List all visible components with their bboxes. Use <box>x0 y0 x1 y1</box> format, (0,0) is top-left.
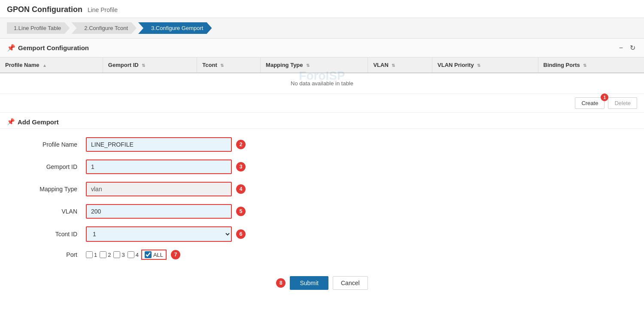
col-binding-ports[interactable]: Binding Ports ⇅ <box>538 57 644 73</box>
port-group: 1 2 3 4 ALL <box>86 250 167 260</box>
badge-4: 4 <box>236 184 246 194</box>
sort-icon-vlan-priority: ⇅ <box>477 63 480 68</box>
create-button[interactable]: Create 1 <box>575 97 605 109</box>
form-row-profile-name: Profile Name 2 <box>0 137 644 152</box>
checkbox-port-4[interactable] <box>128 251 134 258</box>
gemport-section-title: 📌 Gemport Configuration <box>7 44 89 52</box>
page-header: GPON Configuration Line Profile <box>0 0 644 18</box>
input-gemport-id[interactable] <box>86 160 232 174</box>
checkbox-port-3[interactable] <box>113 251 120 258</box>
col-profile-name[interactable]: Profile Name ▲ <box>0 57 103 73</box>
badge-6: 6 <box>236 229 246 239</box>
table-actions: Create 1 Delete <box>0 94 644 113</box>
add-gemport-form: Profile Name 2 Gemport ID 3 Mapping Type… <box>0 129 644 307</box>
checkbox-port-all[interactable] <box>145 251 152 258</box>
section-actions: − ↻ <box>617 43 637 53</box>
control-profile-name: 2 <box>86 137 246 152</box>
input-mapping-type[interactable] <box>86 182 232 196</box>
port-item-2: 2 <box>100 251 111 258</box>
sort-icon-binding-ports: ⇅ <box>583 63 586 68</box>
wizard-step-3[interactable]: 3.Configure Gemport <box>138 22 212 34</box>
col-mapping-type[interactable]: Mapping Type ⇅ <box>261 57 368 73</box>
label-vlan: VLAN <box>0 208 86 215</box>
input-vlan[interactable] <box>86 204 232 219</box>
port-label-all: ALL <box>153 252 163 258</box>
checkbox-port-1[interactable] <box>86 251 93 258</box>
badge-8: 8 <box>276 278 286 288</box>
gemport-section-header: 📌 Gemport Configuration − ↻ <box>0 39 644 57</box>
wizard-step-2[interactable]: 2.Configure Tcont <box>71 22 137 34</box>
gemport-table-container: Profile Name ▲ Gemport ID ⇅ Tcont ⇅ Mapp… <box>0 57 644 94</box>
sort-icon-mapping-type: ⇅ <box>306 63 310 68</box>
sort-icon-vlan: ⇅ <box>392 63 395 68</box>
sort-icon-gemport-id: ⇅ <box>142 63 145 68</box>
form-submit-row: 8 Submit Cancel <box>0 268 644 298</box>
form-row-tcont-id: Tcont ID 1 2 3 4 6 <box>0 226 644 242</box>
port-item-3: 3 <box>113 251 125 258</box>
submit-button[interactable]: Submit <box>290 276 328 290</box>
wizard-steps: 1.Line Profile Table 2.Configure Tcont 3… <box>0 18 644 39</box>
gemport-table: Profile Name ▲ Gemport ID ⇅ Tcont ⇅ Mapp… <box>0 57 644 94</box>
select-tcont-id[interactable]: 1 2 3 4 <box>86 226 232 242</box>
badge-2: 2 <box>236 140 246 149</box>
badge-5: 5 <box>236 207 246 216</box>
label-port: Port <box>0 251 86 258</box>
label-mapping-type: Mapping Type <box>0 186 86 193</box>
input-profile-name[interactable] <box>86 137 232 152</box>
form-row-mapping-type: Mapping Type 4 <box>0 182 644 196</box>
label-gemport-id: Gemport ID <box>0 163 86 170</box>
pushpin-icon: 📌 <box>7 44 15 52</box>
minimize-button[interactable]: − <box>617 43 625 53</box>
checkbox-port-2[interactable] <box>100 251 106 258</box>
label-profile-name: Profile Name <box>0 141 86 148</box>
add-pushpin-icon: 📌 <box>7 118 15 126</box>
port-item-4: 4 <box>128 251 139 258</box>
control-mapping-type: 4 <box>86 182 246 196</box>
col-gemport-id[interactable]: Gemport ID ⇅ <box>103 57 197 73</box>
col-vlan-priority[interactable]: VLAN Priority ⇅ <box>432 57 538 73</box>
page-subtitle: Line Profile <box>88 6 118 13</box>
badge-7: 7 <box>171 250 180 259</box>
sort-icon-tcont: ⇅ <box>220 63 224 68</box>
no-data-row: No data available in table <box>0 73 644 94</box>
cancel-button[interactable]: Cancel <box>333 276 368 290</box>
port-label-3: 3 <box>122 252 125 258</box>
port-label-4: 4 <box>136 252 139 258</box>
no-data-message: No data available in table <box>0 73 644 94</box>
port-label-1: 1 <box>94 252 97 258</box>
form-row-gemport-id: Gemport ID 3 <box>0 160 644 174</box>
page-title: GPON Configuration <box>7 5 82 14</box>
wizard-step-1[interactable]: 1.Line Profile Table <box>7 22 70 34</box>
label-tcont-id: Tcont ID <box>0 231 86 238</box>
add-gemport-section: 📌 Add Gemport <box>0 113 644 129</box>
badge-3: 3 <box>236 162 246 172</box>
sort-icon-profile-name: ▲ <box>43 63 47 68</box>
control-tcont-id: 1 2 3 4 6 <box>86 226 246 242</box>
port-label-2: 2 <box>108 252 111 258</box>
delete-button[interactable]: Delete <box>608 97 637 109</box>
port-item-all: ALL <box>141 250 167 260</box>
control-gemport-id: 3 <box>86 160 246 174</box>
add-gemport-title: 📌 Add Gemport <box>7 118 637 126</box>
create-badge: 1 <box>601 93 608 101</box>
col-tcont[interactable]: Tcont ⇅ <box>197 57 261 73</box>
port-item-1: 1 <box>86 251 97 258</box>
gemport-table-wrapper: ForoISP Profile Name ▲ Gemport ID ⇅ Tcon… <box>0 57 644 94</box>
col-vlan[interactable]: VLAN ⇅ <box>368 57 432 73</box>
control-vlan: 5 <box>86 204 246 219</box>
form-row-vlan: VLAN 5 <box>0 204 644 219</box>
refresh-button[interactable]: ↻ <box>628 43 637 53</box>
form-row-port: Port 1 2 3 4 <box>0 250 644 260</box>
control-port: 1 2 3 4 ALL 7 <box>86 250 180 260</box>
